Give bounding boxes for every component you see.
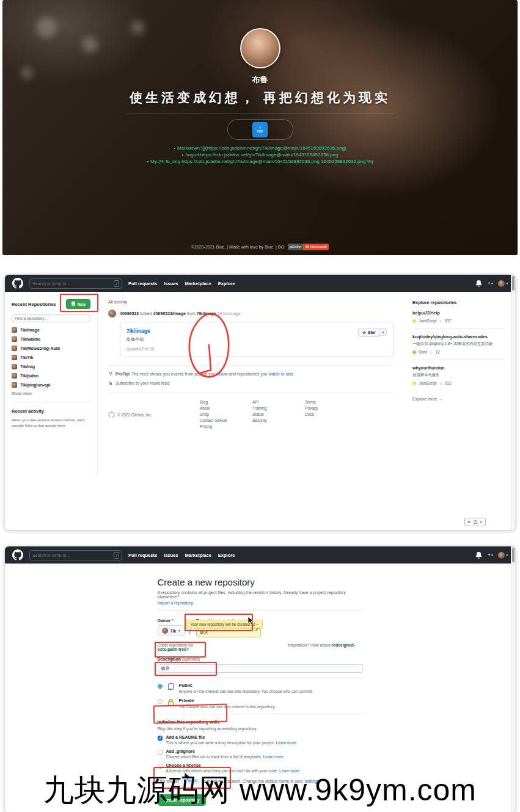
scrollbar[interactable]: [511, 546, 515, 812]
activity-feed: All activity 40699523 forked 40699523/im…: [98, 292, 404, 438]
description-input[interactable]: [158, 664, 363, 673]
subscribe-row[interactable]: Subscribe to your news feed: [108, 380, 394, 385]
public-radio[interactable]: [158, 684, 163, 689]
back-to-top-button[interactable]: ↑ TOP: [252, 122, 268, 137]
nav-marketplace[interactable]: Marketplace: [185, 553, 211, 558]
nav-explore[interactable]: Explore: [218, 553, 235, 558]
nav-explore[interactable]: Explore: [218, 281, 235, 286]
header-nav: Pull requests Issues Marketplace Explore: [128, 553, 235, 558]
explore-title: Explore repositories: [412, 300, 507, 305]
footer-link[interactable]: API: [252, 399, 305, 405]
image-link-markdown[interactable]: •Markdown:![](https://cdn.jsdelivr.net/g…: [2, 145, 518, 151]
user-menu[interactable]: ▾: [498, 552, 508, 559]
gitignore-option[interactable]: Add .gitignore Choose which files not to…: [158, 749, 363, 759]
repo-name: 7ik/jsdan: [20, 374, 38, 378]
private-radio[interactable]: [158, 699, 163, 704]
language-label: JavaScript: [419, 381, 436, 385]
gitignore-checkbox[interactable]: [158, 750, 163, 755]
footer-link[interactable]: Blog: [200, 399, 252, 405]
new-repository-button[interactable]: New: [66, 299, 90, 309]
watch-link[interactable]: watch: [268, 372, 279, 376]
user-menu[interactable]: ▾: [498, 280, 508, 287]
explore-more-link[interactable]: Explore more →: [412, 397, 507, 401]
scrollbar-thumb[interactable]: [512, 276, 515, 291]
source-repo-link[interactable]: 7ik/image: [197, 311, 216, 316]
nav-pull-requests[interactable]: Pull requests: [128, 281, 157, 286]
learn-more-link[interactable]: Learn more.: [263, 755, 284, 759]
actor-link[interactable]: 40699523: [120, 311, 139, 316]
footer-link[interactable]: Contact GitHub: [200, 418, 252, 424]
language-dot: [412, 382, 416, 385]
sidebar-repo-item[interactable]: 7ik/MoGuDing-Auto: [12, 346, 90, 351]
footer-link[interactable]: Status: [252, 411, 305, 418]
show-more-link[interactable]: Show more: [12, 391, 90, 396]
readme-checkbox[interactable]: [158, 736, 163, 741]
learn-more-link[interactable]: Learn more.: [276, 741, 297, 745]
footer-link[interactable]: Privacy: [305, 405, 357, 411]
top-button-container: ↑ TOP: [227, 119, 293, 140]
footer-link[interactable]: About: [200, 405, 252, 411]
name-hint-text: Great repository na: [158, 643, 193, 647]
search-input[interactable]: [32, 281, 112, 286]
protip-text: or: [281, 372, 285, 376]
star-button[interactable]: ☆Star: [358, 328, 379, 337]
follow-link[interactable]: follow: [217, 372, 228, 376]
explore-repo-link[interactable]: helpu/JDHelp: [412, 311, 507, 315]
footer-link[interactable]: Terms: [305, 399, 357, 405]
star-icon: ☆: [439, 381, 442, 385]
footer-link[interactable]: Security: [252, 418, 305, 424]
nav-pull-requests[interactable]: Pull requests: [128, 553, 157, 558]
search-input[interactable]: [32, 553, 112, 557]
repository-name-input[interactable]: [196, 628, 261, 637]
star-dropdown-button[interactable]: ▾: [379, 328, 387, 336]
bell-icon[interactable]: [475, 552, 482, 559]
search-box: /: [29, 278, 122, 289]
footer-link[interactable]: Docs: [305, 411, 357, 418]
repo-card-title-link[interactable]: 7ik/image: [126, 328, 154, 334]
link-text: My:{% fb_img https://cdn.jsdelivr.net/gh…: [150, 159, 373, 164]
github-logo-icon[interactable]: [12, 549, 23, 560]
scrollbar-thumb[interactable]: [512, 548, 515, 562]
find-repository-input[interactable]: [12, 314, 90, 322]
github-header: / Pull requests Issues Marketplace Explo…: [5, 275, 515, 292]
sidebar-repo-item[interactable]: 7ik/image: [12, 327, 90, 333]
explore-repo-link[interactable]: kuqitoday/qinglong-auto-sharecodes: [412, 335, 507, 339]
chevron-down-icon: ▾: [506, 281, 508, 285]
visibility-private-option[interactable]: Private You choose who can see and commi…: [158, 698, 363, 709]
visibility-public-option[interactable]: Public Anyone on the internet can see th…: [158, 683, 363, 694]
nav-issues[interactable]: Issues: [164, 553, 178, 558]
sidebar-repo-item[interactable]: 7ik/7ik: [12, 355, 90, 360]
import-repository-link[interactable]: Import a repository.: [158, 601, 194, 605]
bell-icon[interactable]: [475, 280, 482, 287]
divider: [158, 714, 363, 714]
github-logo-icon[interactable]: [12, 278, 23, 289]
nav-issues[interactable]: Issues: [164, 281, 178, 286]
subscribe-label: Subscribe to your news feed: [115, 381, 169, 385]
jsdelivr-hits-badge[interactable]: jsDelivr 4k hits/month: [288, 244, 329, 250]
owner-repo-slash: /: [189, 628, 191, 635]
footer-link[interactable]: Training: [252, 405, 305, 411]
sidebar-repo-item[interactable]: 7ik/jsdan: [12, 373, 90, 379]
explore-repo-link[interactable]: whyour/hundun: [412, 366, 507, 370]
name-tooltip: Your new repository will be created as ~: [186, 620, 263, 628]
license-checkbox[interactable]: [158, 764, 163, 769]
fork-repo-link[interactable]: 40699523/image: [153, 311, 186, 316]
sidebar-repo-item[interactable]: 7ik/waline: [12, 336, 90, 342]
footer-link[interactable]: Pricing: [200, 424, 252, 430]
sidebar-repo-item[interactable]: 7ik/img: [12, 364, 90, 369]
star-link[interactable]: star.: [286, 372, 294, 376]
image-link-fbimg[interactable]: •My:{% fb_img https://cdn.jsdelivr.net/g…: [2, 158, 518, 165]
translate-extension-widget[interactable]: 中 凸 o: [464, 518, 486, 526]
all-activity-label: All activity: [108, 300, 394, 304]
image-link-imgurl[interactable]: •Imgurl:https://cdn.jsdelivr.net/gh/7ik/…: [2, 151, 518, 158]
sidebar-repo-item[interactable]: 7ik/pinglun-api: [12, 382, 90, 388]
scrollbar[interactable]: [511, 275, 515, 530]
footer-link[interactable]: Shop: [200, 411, 252, 418]
nav-marketplace[interactable]: Marketplace: [185, 281, 211, 286]
actor-avatar: [108, 310, 116, 317]
owner-select[interactable]: 7ik ▾: [158, 625, 185, 636]
readme-option[interactable]: Add a README file This is where you can …: [158, 735, 363, 745]
chevron-down-icon: ▾: [506, 553, 508, 557]
create-new-menu[interactable]: +▾: [488, 552, 493, 558]
create-new-menu[interactable]: +▾: [488, 280, 493, 286]
